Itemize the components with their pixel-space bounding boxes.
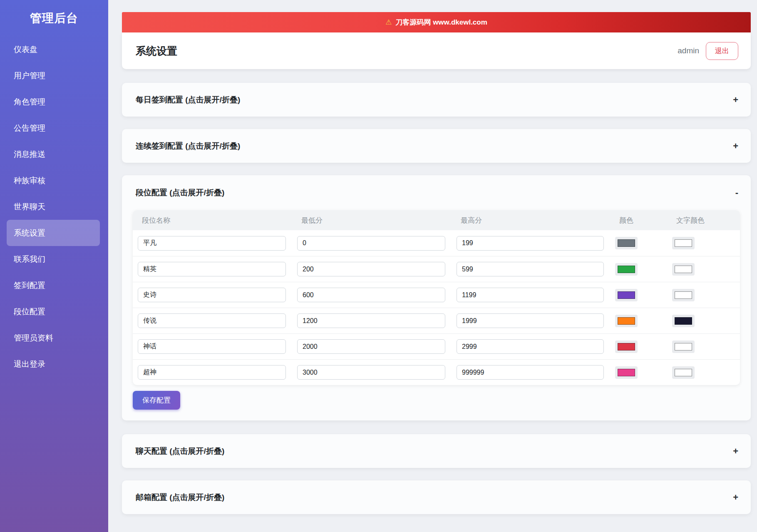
sidebar-nav: 仪表盘 用户管理 角色管理 公告管理 消息推送 种族审核 世界聊天 系统设置 联… — [0, 36, 108, 377]
max-score-input[interactable] — [457, 339, 604, 354]
rank-table-row — [133, 308, 740, 333]
section-title: 每日签到配置 (点击展开/折叠) — [136, 94, 240, 105]
sidebar-item[interactable]: 公告管理 — [7, 115, 100, 141]
section-daily-signin-header[interactable]: 每日签到配置 (点击展开/折叠) + — [122, 83, 751, 117]
min-score-input[interactable] — [297, 313, 445, 328]
rank-text-color-swatch — [675, 266, 692, 273]
announcement-banner: ⚠ 刀客源码网 www.dkewl.com — [122, 12, 751, 32]
section-title: 段位配置 (点击展开/折叠) — [136, 187, 224, 198]
rank-table-row — [133, 230, 740, 256]
max-score-input[interactable] — [457, 288, 604, 302]
sidebar-item-label: 种族审核 — [14, 175, 45, 186]
min-score-input[interactable] — [297, 236, 445, 251]
rank-text-color-swatch — [675, 239, 692, 247]
rank-text-color-swatch — [675, 343, 692, 351]
rank-name-input[interactable] — [138, 365, 286, 380]
sidebar-item-label: 退出登录 — [14, 359, 45, 370]
sidebar-item[interactable]: 系统设置 — [7, 220, 100, 246]
col-rank-name: 段位名称 — [138, 216, 286, 225]
rank-color-input[interactable] — [615, 289, 638, 301]
rank-color-swatch — [618, 291, 635, 299]
max-score-input[interactable] — [457, 262, 604, 276]
rank-name-input[interactable] — [138, 288, 286, 302]
rank-table: 段位名称 最低分 最高分 颜色 文字颜色 — [133, 210, 740, 385]
rank-table-row — [133, 256, 740, 282]
sidebar-item-label: 消息推送 — [14, 149, 45, 160]
sidebar-item[interactable]: 种族审核 — [7, 167, 100, 194]
expand-icon[interactable]: + — [733, 95, 738, 104]
sidebar-item[interactable]: 仪表盘 — [7, 36, 100, 62]
min-score-input[interactable] — [297, 288, 445, 302]
min-score-input[interactable] — [297, 262, 445, 276]
collapse-icon[interactable]: - — [735, 188, 738, 197]
sidebar-item-label: 段位配置 — [14, 306, 45, 317]
min-score-input[interactable] — [297, 365, 445, 380]
rank-color-input[interactable] — [615, 315, 638, 327]
page-header: 系统设置 admin 退出 — [122, 32, 751, 69]
rank-color-input[interactable] — [615, 366, 638, 379]
section-title: 聊天配置 (点击展开/折叠) — [136, 446, 224, 457]
header-right: admin 退出 — [678, 42, 738, 60]
rank-color-input[interactable] — [615, 237, 638, 249]
min-score-input[interactable] — [297, 339, 445, 354]
sidebar-item[interactable]: 用户管理 — [7, 62, 100, 89]
rank-text-color-input[interactable] — [672, 315, 695, 327]
section-mail-config-header[interactable]: 邮箱配置 (点击展开/折叠) + — [122, 480, 751, 514]
rank-color-swatch — [618, 317, 635, 325]
rank-name-input[interactable] — [138, 313, 286, 328]
sidebar-item[interactable]: 世界聊天 — [7, 194, 100, 220]
rank-text-color-input[interactable] — [672, 263, 695, 276]
max-score-input[interactable] — [457, 365, 604, 380]
rank-color-swatch — [618, 343, 635, 351]
rank-color-swatch — [618, 266, 635, 273]
banner-text: 刀客源码网 www.dkewl.com — [395, 17, 487, 27]
sidebar-item[interactable]: 退出登录 — [7, 351, 100, 377]
rank-text-color-input[interactable] — [672, 341, 695, 353]
sidebar-item[interactable]: 管理员资料 — [7, 325, 100, 351]
sidebar-item-label: 世界聊天 — [14, 201, 45, 212]
sidebar-item-label: 公告管理 — [14, 123, 45, 134]
sidebar-item-label: 联系我们 — [14, 254, 45, 265]
section-daily-signin: 每日签到配置 (点击展开/折叠) + — [122, 83, 751, 117]
rank-text-color-input[interactable] — [672, 289, 695, 301]
max-score-input[interactable] — [457, 313, 604, 328]
rank-name-input[interactable] — [138, 262, 286, 276]
logout-button[interactable]: 退出 — [706, 42, 738, 60]
main-content: ⚠ 刀客源码网 www.dkewl.com 系统设置 admin 退出 每日签到… — [108, 0, 757, 532]
section-chat-config-header[interactable]: 聊天配置 (点击展开/折叠) + — [122, 434, 751, 468]
rank-text-color-input[interactable] — [672, 366, 695, 379]
warning-icon: ⚠ — [385, 18, 392, 27]
rank-color-input[interactable] — [615, 263, 638, 276]
expand-icon[interactable]: + — [733, 142, 738, 151]
sidebar-item-label: 仪表盘 — [14, 44, 37, 55]
max-score-input[interactable] — [457, 236, 604, 251]
section-rank-config: 段位配置 (点击展开/折叠) - 段位名称 最低分 最高分 颜色 文字颜色 — [122, 175, 751, 420]
rank-name-input[interactable] — [138, 339, 286, 354]
section-streak-signin-header[interactable]: 连续签到配置 (点击展开/折叠) + — [122, 129, 751, 163]
sidebar-item[interactable]: 联系我们 — [7, 246, 100, 272]
rank-color-input[interactable] — [615, 341, 638, 353]
expand-icon[interactable]: + — [733, 493, 738, 502]
rank-color-swatch — [618, 239, 635, 247]
sidebar-item[interactable]: 角色管理 — [7, 89, 100, 115]
rank-text-color-swatch — [675, 317, 692, 325]
page-title: 系统设置 — [136, 44, 177, 58]
rank-name-input[interactable] — [138, 236, 286, 251]
col-color: 颜色 — [615, 216, 661, 225]
rank-table-row — [133, 333, 740, 359]
col-text-color: 文字颜色 — [672, 216, 735, 225]
expand-icon[interactable]: + — [733, 447, 738, 456]
sidebar-item-label: 管理员资料 — [14, 333, 53, 343]
rank-text-color-input[interactable] — [672, 237, 695, 249]
sidebar-item[interactable]: 段位配置 — [7, 298, 100, 325]
sidebar-item[interactable]: 签到配置 — [7, 272, 100, 298]
sidebar-item[interactable]: 消息推送 — [7, 141, 100, 167]
section-chat-config: 聊天配置 (点击展开/折叠) + — [122, 434, 751, 468]
rank-color-swatch — [618, 369, 635, 376]
section-rank-config-header[interactable]: 段位配置 (点击展开/折叠) - — [122, 175, 751, 210]
section-mail-config: 邮箱配置 (点击展开/折叠) + — [122, 480, 751, 514]
col-min-score: 最低分 — [297, 216, 445, 225]
sidebar-item-label: 角色管理 — [14, 97, 45, 107]
rank-text-color-swatch — [675, 291, 692, 299]
save-config-button[interactable]: 保存配置 — [133, 391, 180, 410]
